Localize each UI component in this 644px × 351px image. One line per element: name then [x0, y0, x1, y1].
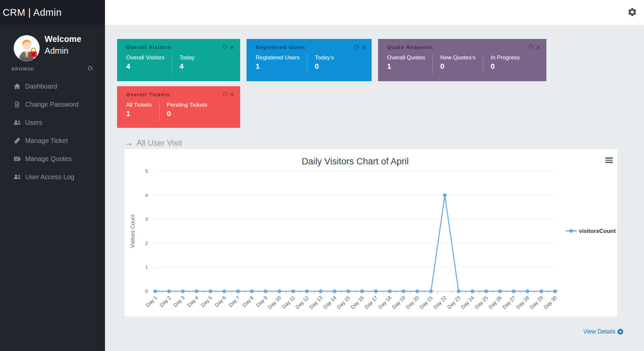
refresh-icon[interactable]: [354, 44, 359, 50]
svg-text:Day 10: Day 10: [267, 295, 282, 310]
svg-text:Day 5: Day 5: [200, 295, 213, 308]
svg-text:Day 27: Day 27: [501, 295, 517, 310]
svg-text:Day 14: Day 14: [322, 295, 337, 310]
card-title: Overall Visitors: [126, 44, 171, 50]
svg-text:Day 19: Day 19: [391, 295, 406, 310]
refresh-icon[interactable]: [529, 44, 533, 50]
close-icon[interactable]: ×: [230, 92, 234, 97]
daily-visitors-chart-panel: Daily Visitors Chart of April012345Day 1…: [124, 149, 617, 316]
stat-label: Pending Tickets: [167, 102, 207, 108]
refresh-icon[interactable]: [223, 92, 227, 98]
refresh-icon[interactable]: [88, 66, 92, 72]
svg-text:Day 11: Day 11: [281, 295, 296, 310]
svg-text:Day 6: Day 6: [214, 295, 227, 308]
sidebar-item-user-access-log[interactable]: User Access Log: [0, 168, 105, 186]
stat-label: In Progress: [491, 54, 520, 61]
stat-label: Registered Users: [256, 54, 300, 61]
close-icon[interactable]: ×: [230, 45, 234, 50]
close-icon[interactable]: ×: [536, 45, 540, 50]
svg-text:3: 3: [145, 216, 148, 222]
svg-text:Day 25: Day 25: [474, 295, 489, 310]
newspaper-icon: [13, 156, 21, 162]
right-arrow-icon: →: [124, 138, 133, 148]
stat-label: All Tickets: [126, 102, 152, 108]
svg-text:Day 1: Day 1: [145, 295, 158, 308]
refresh-icon[interactable]: [223, 44, 227, 50]
sidebar-item-manage-ticket[interactable]: Manage Ticket: [0, 132, 105, 150]
svg-text:2: 2: [145, 240, 148, 246]
browse-label: BROWSE: [11, 66, 34, 71]
card-title: Overall Tickets: [126, 92, 170, 97]
sidebar-nav: Dashboard Change Password Users Manage T…: [0, 77, 105, 186]
svg-text:Day 26: Day 26: [487, 295, 503, 310]
svg-text:Day 16: Day 16: [350, 295, 365, 310]
card-registered-users: Registered Users × Registered Users1 Tod…: [247, 39, 372, 81]
svg-text:5: 5: [145, 168, 148, 174]
svg-text:Day 22: Day 22: [432, 295, 448, 310]
svg-text:Visitors Count: Visitors Count: [130, 214, 136, 248]
sidebar-item-label: User Access Log: [25, 173, 74, 181]
sidebar-item-label: Dashboard: [25, 83, 57, 90]
stat-label: Overall Visitors: [126, 54, 164, 61]
sidebar-header: CRM | Admin: [0, 0, 105, 25]
ticket-icon: [13, 137, 21, 144]
card-overall-visitors: Overall Visitors × Overall Visitors4 Tod…: [117, 39, 240, 81]
file-icon: [13, 101, 21, 108]
svg-text:Day 21: Day 21: [419, 295, 434, 310]
svg-text:Day 13: Day 13: [308, 295, 324, 310]
stat-label: Today's: [315, 54, 334, 61]
stat-value: 4: [179, 62, 195, 71]
sidebar-item-label: Manage Ticket: [25, 137, 68, 145]
stat-value: 0: [440, 62, 475, 71]
svg-text:Day 9: Day 9: [255, 295, 268, 308]
welcome-username: Admin: [45, 45, 81, 57]
sidebar-item-manage-quotes[interactable]: Manage Quotes: [0, 150, 105, 168]
users-icon: [13, 174, 21, 180]
topbar: [105, 0, 644, 25]
svg-text:Day 12: Day 12: [294, 295, 310, 310]
svg-text:Day 30: Day 30: [542, 295, 558, 310]
close-icon[interactable]: ×: [362, 45, 366, 50]
stat-label: New Quotes's: [440, 54, 475, 61]
app-title: CRM | Admin: [3, 7, 62, 18]
svg-text:Day 29: Day 29: [529, 295, 544, 310]
sidebar-item-users[interactable]: Users: [0, 113, 105, 132]
section-heading-label: All User Visit: [137, 138, 182, 148]
stat-label: Overall Quotes: [387, 54, 425, 61]
view-details-link[interactable]: View Details: [583, 328, 623, 335]
arrow-circle-right-icon: [618, 329, 623, 335]
stat-value: 1: [256, 62, 300, 71]
home-icon: [13, 83, 21, 90]
hamburger-menu-icon[interactable]: [605, 157, 613, 163]
svg-text:Day 2: Day 2: [158, 295, 172, 308]
stat-value: 4: [126, 62, 164, 71]
sidebar-item-change-password[interactable]: Change Password: [0, 95, 105, 113]
svg-text:Day 4: Day 4: [186, 295, 200, 308]
svg-text:Day 17: Day 17: [363, 295, 379, 310]
card-title: Quote Requests: [387, 44, 433, 50]
card-quote-requests: Quote Requests × Overall Quotes1 New Quo…: [378, 39, 546, 81]
svg-text:Day 20: Day 20: [405, 295, 420, 310]
browse-row: BROWSE: [0, 66, 105, 72]
svg-text:1: 1: [145, 264, 148, 270]
card-title: Registered Users: [256, 44, 306, 50]
svg-text:Day 24: Day 24: [460, 295, 475, 310]
svg-text:Day 18: Day 18: [377, 295, 392, 310]
svg-text:Day 23: Day 23: [446, 295, 462, 310]
svg-text:0: 0: [145, 288, 148, 294]
avatar-illustration: [14, 35, 40, 61]
sidebar: CRM | Admin Welcome Admin BROWSE: [0, 0, 105, 351]
welcome-block: Welcome Admin: [45, 33, 81, 57]
daily-visitors-chart: Daily Visitors Chart of April012345Day 1…: [124, 149, 617, 316]
stat-value: 1: [387, 62, 425, 71]
card-overall-tickets: Overall Tickets × All Tickets1 Pending T…: [117, 86, 240, 128]
sidebar-item-label: Manage Quotes: [25, 155, 72, 163]
svg-text:Daily Visitors Chart of April: Daily Visitors Chart of April: [302, 156, 409, 166]
svg-text:Day 7: Day 7: [227, 295, 241, 308]
sidebar-item-dashboard[interactable]: Dashboard: [0, 77, 105, 95]
stat-value: 1: [126, 109, 152, 118]
sidebar-item-label: Users: [25, 119, 42, 127]
section-heading-all-user-visit: → All User Visit: [124, 138, 182, 148]
gear-icon[interactable]: [627, 7, 637, 17]
svg-text:Day 15: Day 15: [336, 295, 351, 310]
